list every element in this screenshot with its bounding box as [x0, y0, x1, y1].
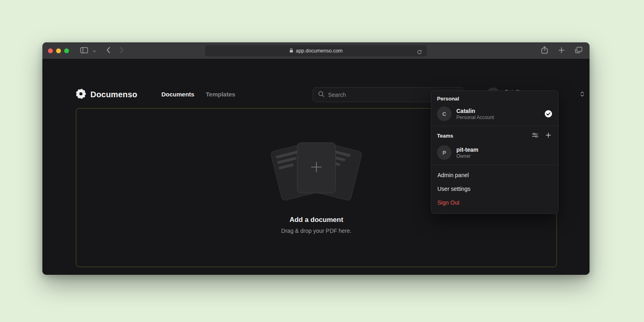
traffic-lights	[48, 48, 69, 53]
team-name: pit-team	[456, 146, 478, 153]
personal-account-row[interactable]: C Catalin Personal Account	[437, 107, 552, 121]
tabs-icon	[575, 47, 582, 54]
create-team-button[interactable]	[544, 131, 552, 140]
dropzone-subtitle: Drag & drop your PDF here.	[281, 228, 351, 234]
account-dropdown-menu: Personal C Catalin Personal Account	[431, 90, 558, 214]
document-card-center	[297, 142, 336, 193]
toolbar-left-group	[79, 46, 98, 56]
chevron-left-icon	[107, 47, 110, 54]
share-button[interactable]	[539, 44, 550, 57]
menu-item-admin-panel[interactable]: Admin panel	[431, 168, 558, 182]
brand-name: Documenso	[90, 90, 137, 99]
sliders-icon	[532, 132, 538, 139]
plus-icon	[546, 132, 551, 139]
toolbar-history-group	[105, 45, 125, 56]
personal-name: Catalin	[456, 107, 494, 115]
tab-overview-button[interactable]	[573, 45, 584, 56]
share-icon	[541, 46, 548, 55]
browser-window: app.documenso.com	[42, 42, 590, 275]
address-bar[interactable]: app.documenso.com	[205, 45, 427, 56]
documenso-logo-icon	[75, 88, 86, 101]
search-input[interactable]	[328, 92, 444, 98]
menu-teams-section: Teams	[431, 126, 558, 165]
menu-item-user-settings[interactable]: User settings	[431, 182, 558, 196]
toolbar-right-group	[539, 44, 584, 57]
zoom-window-button[interactable]	[64, 48, 69, 53]
forward-button[interactable]	[118, 45, 125, 56]
dropzone-title: Add a document	[289, 216, 343, 224]
manage-teams-button[interactable]	[531, 131, 539, 140]
minimize-window-button[interactable]	[56, 48, 61, 53]
sidebar-icon	[80, 47, 88, 54]
plus-icon	[558, 47, 565, 54]
personal-avatar: C	[437, 107, 452, 121]
add-document-plus-icon	[309, 160, 324, 176]
menu-personal-section: Personal C Catalin Personal Account	[431, 91, 558, 126]
new-tab-button[interactable]	[557, 46, 566, 56]
browser-toolbar: app.documenso.com	[42, 42, 590, 59]
personal-heading: Personal	[437, 96, 552, 102]
brand[interactable]: Documenso	[75, 86, 137, 103]
reload-icon	[417, 50, 422, 56]
nav-documents[interactable]: Documents	[161, 91, 194, 98]
team-row[interactable]: P pit-team Owner	[437, 145, 552, 160]
close-window-button[interactable]	[48, 48, 53, 53]
team-avatar: P	[437, 145, 452, 160]
app-content: Documenso Documents Templates ⌘+K C Cata…	[42, 59, 590, 275]
sidebar-toggle-button[interactable]	[79, 46, 90, 56]
menu-links: Admin panel User settings Sign Out	[431, 165, 558, 213]
lock-icon	[289, 47, 293, 54]
reload-button[interactable]	[415, 48, 424, 58]
selected-check-icon	[544, 110, 552, 118]
sidebar-menu-button[interactable]	[91, 46, 98, 55]
menu-item-sign-out[interactable]: Sign Out	[431, 196, 558, 209]
team-role: Owner	[456, 153, 478, 159]
personal-subtitle: Personal Account	[456, 115, 494, 121]
nav-templates[interactable]: Templates	[206, 91, 235, 98]
chevron-right-icon	[120, 47, 123, 54]
back-button[interactable]	[105, 45, 112, 56]
selector-chevrons-icon	[580, 91, 584, 99]
document-stack-illustration	[270, 142, 363, 202]
chevron-down-icon	[93, 48, 96, 54]
address-text: app.documenso.com	[296, 48, 343, 54]
search-icon	[318, 91, 324, 99]
teams-heading: Teams	[437, 133, 453, 139]
